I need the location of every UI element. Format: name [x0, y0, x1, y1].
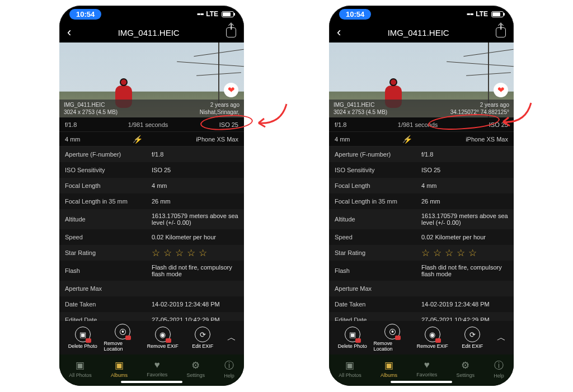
- tab-help[interactable]: ⓘHelp: [494, 359, 504, 379]
- cam-shutter: 1/981 seconds: [77, 121, 219, 128]
- home-indicator[interactable]: [121, 381, 182, 383]
- tab-albums[interactable]: ▣Albums: [381, 360, 397, 378]
- photo-preview[interactable]: ❤ IMG_0411.HEIC 2 years ago 3024 x 2753 …: [59, 42, 244, 117]
- top-bar: ‹ IMG_0411.HEIC: [59, 22, 244, 42]
- cam-row-2: 4 mm ⚡ iPhone XS Max: [59, 132, 244, 147]
- exif-value: ISO 25: [152, 167, 238, 173]
- exif-key: Edited Date: [65, 317, 152, 321]
- exif-value: 1613.170579 meters above sea level (+/- …: [421, 212, 508, 226]
- tab-all-photos[interactable]: ▣All Photos: [69, 360, 92, 378]
- exif-key: Edited Date: [335, 317, 421, 321]
- expand-button[interactable]: ︿: [224, 332, 239, 344]
- tab-settings[interactable]: ⚙Settings: [456, 360, 475, 378]
- tab-label: All Photos: [69, 372, 92, 378]
- top-bar: ‹ IMG_0411.HEIC: [329, 22, 514, 42]
- star-rating[interactable]: ☆☆☆☆☆: [421, 247, 508, 259]
- star-rating[interactable]: ☆☆☆☆☆: [152, 247, 238, 259]
- action-label: Remove EXIF: [417, 343, 448, 349]
- tab-label: Favorites: [416, 372, 437, 377]
- remove-location-button[interactable]: ⦿Remove Location: [104, 324, 142, 352]
- exif-value: 1613.170579 meters above sea level (+/- …: [152, 212, 238, 226]
- tab-label: Help: [494, 373, 504, 379]
- aperture-icon: ◉: [425, 327, 440, 342]
- exif-value: 4 mm: [421, 182, 508, 189]
- exif-list: Aperture (F-number)f/1.8 ISO Sensitivity…: [59, 147, 244, 321]
- cam-model: iPhone XS Max: [466, 136, 508, 143]
- photos-icon: ▣: [345, 360, 354, 371]
- network-label: LTE: [206, 10, 218, 18]
- aperture-icon: ◉: [155, 327, 171, 342]
- flash-off-icon: ⚡: [403, 135, 412, 144]
- back-button[interactable]: ‹: [67, 25, 71, 40]
- back-button[interactable]: ‹: [337, 25, 341, 40]
- tab-favorites[interactable]: ♥Favorites: [416, 360, 437, 377]
- exif-key: ISO Sensitivity: [335, 167, 421, 173]
- share-button[interactable]: [496, 27, 506, 37]
- exif-value: Flash did not fire, compulsory flash mod…: [421, 264, 508, 277]
- gear-icon: ⚙: [461, 360, 469, 371]
- cam-aperture: f/1.8: [335, 121, 346, 128]
- favorite-button[interactable]: ❤: [494, 83, 508, 97]
- remove-exif-button[interactable]: ◉Remove EXIF: [414, 327, 452, 349]
- tab-label: Settings: [456, 372, 475, 378]
- photo-preview[interactable]: ❤ IMG_0411.HEIC 2 years ago 3024 x 2753 …: [329, 42, 514, 117]
- tab-help[interactable]: ⓘHelp: [224, 359, 234, 379]
- time-pill: 10:54: [339, 9, 371, 20]
- action-label: Delete Photo: [68, 343, 97, 349]
- edit-exif-button[interactable]: ⟳Edit EXIF: [454, 327, 492, 349]
- sync-icon: ⟳: [195, 327, 210, 342]
- exif-value: 14-02-2019 12:34:48 PM: [421, 301, 508, 308]
- tab-label: All Photos: [339, 372, 361, 378]
- remove-location-button[interactable]: ⦿Remove Location: [374, 324, 412, 352]
- tab-albums[interactable]: ▣Albums: [111, 360, 128, 378]
- home-indicator[interactable]: [391, 381, 452, 383]
- cam-aperture: f/1.8: [65, 121, 77, 128]
- tab-all-photos[interactable]: ▣All Photos: [339, 360, 361, 378]
- delete-photo-button[interactable]: ▣Delete Photo: [64, 327, 102, 349]
- exif-key: Focal Length in 35 mm: [65, 198, 152, 205]
- cam-focal: 4 mm: [335, 136, 350, 143]
- photo-filename: IMG_0411.HEIC: [64, 101, 105, 109]
- action-label: Remove Location: [374, 341, 412, 352]
- tab-label: Settings: [186, 372, 205, 378]
- exif-value: 26 mm: [421, 198, 508, 205]
- action-label: Remove EXIF: [147, 343, 179, 349]
- exif-key: Flash: [335, 267, 421, 274]
- albums-icon: ▣: [384, 360, 393, 371]
- exif-key: Star Rating: [335, 249, 421, 256]
- sync-icon: ⟳: [464, 327, 480, 342]
- cam-row-1: f/1.8 1/981 seconds ISO 25: [59, 117, 244, 132]
- phone-left: 10:54 ▪▪ ▪▪ LTE ‹ IMG_0411.HEIC ❤ IMG_04…: [59, 6, 244, 386]
- exif-value: 0.02 Kilometer per hour: [421, 234, 508, 240]
- share-button[interactable]: [226, 27, 236, 37]
- pin-icon: ⦿: [384, 324, 400, 339]
- favorite-button[interactable]: ❤: [224, 83, 238, 97]
- exif-key: Aperture Max: [65, 285, 152, 292]
- remove-exif-button[interactable]: ◉Remove EXIF: [144, 327, 182, 349]
- photo-age: 2 years ago: [480, 101, 509, 109]
- exif-value: 4 mm: [152, 182, 238, 189]
- exif-key: Altitude: [65, 216, 152, 223]
- tab-favorites[interactable]: ♥Favorites: [147, 360, 167, 377]
- cam-iso: ISO 25: [489, 121, 508, 128]
- battery-icon: [222, 11, 234, 17]
- edit-exif-button[interactable]: ⟳Edit EXIF: [184, 327, 222, 349]
- tab-label: Help: [224, 373, 234, 379]
- exif-key: Date Taken: [335, 301, 421, 308]
- heart-icon: ♥: [154, 360, 160, 371]
- tab-label: Favorites: [147, 372, 167, 377]
- cam-row-2: 4 mm ⚡ iPhone XS Max: [329, 132, 514, 147]
- delete-photo-button[interactable]: ▣Delete Photo: [334, 327, 372, 349]
- image-icon: ▣: [345, 327, 360, 342]
- photo-info-strip: IMG_0411.HEIC 2 years ago 3024 x 2753 (4…: [59, 100, 244, 117]
- tab-settings[interactable]: ⚙Settings: [186, 360, 205, 378]
- page-title: IMG_0411.HEIC: [118, 28, 180, 37]
- signal-icon: ▪▪ ▪▪: [467, 10, 472, 18]
- exif-value: 27-05-2021 10:42:29 PM: [152, 317, 238, 321]
- heart-icon: ♥: [424, 360, 430, 371]
- expand-button[interactable]: ︿: [494, 332, 509, 344]
- exif-key: Aperture (F-number): [335, 151, 421, 158]
- exif-value: f/1.8: [421, 151, 508, 158]
- exif-key: Speed: [65, 234, 152, 240]
- signal-icon: ▪▪ ▪▪: [197, 10, 203, 18]
